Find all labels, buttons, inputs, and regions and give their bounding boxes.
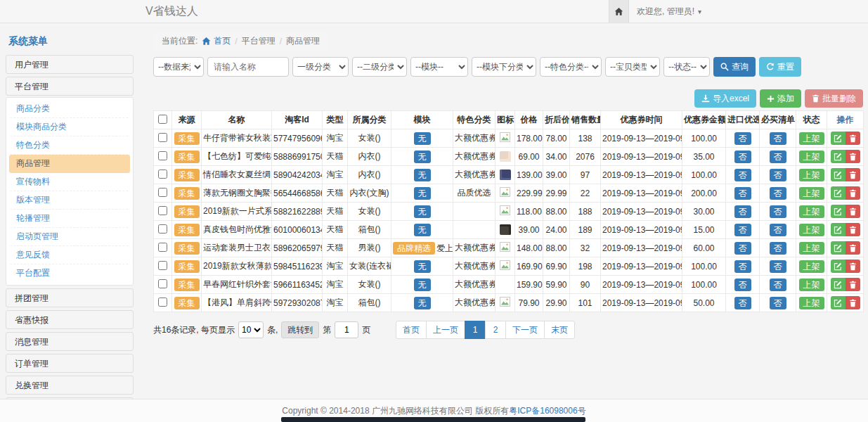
- filter-select-item-type[interactable]: --宝贝类型--: [605, 57, 660, 77]
- batch-delete-button[interactable]: 批量删除: [805, 89, 863, 108]
- page-number-input[interactable]: [335, 321, 358, 338]
- must-buy-badge[interactable]: 否: [770, 242, 786, 255]
- filter-select-module[interactable]: --模块--: [410, 57, 468, 77]
- pager-first[interactable]: 首页: [396, 321, 427, 339]
- delete-button[interactable]: [846, 241, 860, 255]
- import-excel-button[interactable]: 导入excel: [694, 89, 756, 108]
- sidebar-item-6[interactable]: 宣传物料: [9, 173, 130, 191]
- imported-badge[interactable]: 否: [734, 151, 751, 163]
- sidebar-item-8[interactable]: 轮播管理: [9, 210, 130, 228]
- sidebar-item-5[interactable]: 商品管理: [9, 155, 130, 173]
- edit-button[interactable]: [831, 278, 846, 291]
- pager-page-1[interactable]: 1: [465, 321, 486, 339]
- name-search-input[interactable]: [207, 57, 289, 77]
- delete-button[interactable]: [846, 278, 860, 291]
- delete-button[interactable]: [846, 260, 860, 273]
- imported-badge[interactable]: 否: [734, 260, 751, 273]
- edit-button[interactable]: [831, 150, 846, 163]
- status-badge[interactable]: 上架: [799, 279, 824, 291]
- delete-button[interactable]: [846, 296, 860, 309]
- user-menu[interactable]: 欢迎您, 管理员!▾: [637, 0, 701, 23]
- row-checkbox[interactable]: [158, 188, 167, 197]
- sidebar-item-9[interactable]: 启动页管理: [9, 228, 130, 246]
- pager-page-2[interactable]: 2: [485, 321, 506, 339]
- sidebar-item-10[interactable]: 意见反馈: [9, 246, 130, 264]
- row-checkbox[interactable]: [158, 279, 167, 288]
- must-buy-badge[interactable]: 否: [770, 132, 786, 145]
- row-checkbox[interactable]: [158, 224, 167, 234]
- row-checkbox[interactable]: [158, 261, 167, 270]
- filter-select-status[interactable]: --状态--: [663, 57, 710, 77]
- imported-badge[interactable]: 否: [734, 297, 751, 309]
- sidebar-item-3[interactable]: 模块商品分类: [9, 118, 130, 136]
- filter-select-module-subcategory[interactable]: --模块下分类--: [472, 57, 536, 77]
- row-checkbox[interactable]: [158, 243, 167, 252]
- sidebar-group-16[interactable]: 兑换管理: [6, 376, 134, 395]
- status-badge[interactable]: 上架: [799, 132, 824, 145]
- delete-button[interactable]: [846, 150, 860, 163]
- delete-button[interactable]: [846, 132, 860, 145]
- select-all-checkbox[interactable]: [158, 115, 167, 124]
- search-button[interactable]: 查询: [713, 57, 756, 77]
- imported-badge[interactable]: 否: [734, 224, 751, 236]
- row-checkbox[interactable]: [158, 151, 167, 160]
- edit-button[interactable]: [831, 296, 846, 309]
- must-buy-badge[interactable]: 否: [770, 151, 786, 163]
- filter-select-level1-category[interactable]: 一级分类: [292, 57, 349, 77]
- imported-badge[interactable]: 否: [734, 187, 751, 200]
- must-buy-badge[interactable]: 否: [770, 279, 786, 291]
- filter-select-feature-category[interactable]: --特色分类--: [540, 57, 602, 77]
- edit-button[interactable]: [831, 205, 846, 218]
- sidebar-item-4[interactable]: 特色分类: [9, 136, 130, 155]
- sidebar-item-7[interactable]: 版本管理: [9, 191, 130, 210]
- imported-badge[interactable]: 否: [734, 279, 751, 291]
- row-checkbox[interactable]: [158, 298, 167, 307]
- edit-button[interactable]: [831, 223, 846, 236]
- delete-button[interactable]: [846, 186, 860, 200]
- sidebar-group-13[interactable]: 省惠快报: [6, 310, 134, 329]
- row-checkbox[interactable]: [158, 170, 167, 179]
- jump-button[interactable]: 跳转到: [281, 321, 319, 338]
- pager-next[interactable]: 下一页: [505, 321, 545, 339]
- status-badge[interactable]: 上架: [799, 260, 824, 273]
- sidebar-item-11[interactable]: 平台配置: [9, 264, 130, 283]
- must-buy-badge[interactable]: 否: [770, 187, 786, 200]
- imported-badge[interactable]: 否: [734, 132, 751, 145]
- sidebar-group-0[interactable]: 用户管理: [6, 55, 134, 74]
- must-buy-badge[interactable]: 否: [770, 260, 786, 273]
- breadcrumb-home[interactable]: 首页: [202, 35, 231, 47]
- home-button[interactable]: [609, 0, 629, 23]
- status-badge[interactable]: 上架: [799, 187, 824, 200]
- sidebar-group-14[interactable]: 消息管理: [6, 332, 134, 351]
- add-button[interactable]: 添加: [760, 89, 801, 108]
- imported-badge[interactable]: 否: [734, 242, 751, 255]
- filter-select-data-source[interactable]: --数据来源--: [153, 57, 204, 77]
- reset-button[interactable]: 重置: [759, 57, 801, 77]
- sidebar-group-15[interactable]: 订单管理: [6, 354, 134, 373]
- edit-button[interactable]: [831, 132, 846, 145]
- per-page-select[interactable]: 10: [238, 321, 264, 338]
- edit-button[interactable]: [831, 168, 846, 181]
- status-badge[interactable]: 上架: [799, 151, 824, 163]
- filter-select-level2-category[interactable]: --二级分类--: [352, 57, 407, 77]
- edit-button[interactable]: [831, 260, 846, 273]
- imported-badge[interactable]: 否: [734, 169, 751, 181]
- status-badge[interactable]: 上架: [799, 242, 824, 255]
- pager-prev[interactable]: 上一页: [426, 321, 465, 339]
- sidebar-item-2[interactable]: 商品分类: [9, 100, 130, 118]
- delete-button[interactable]: [846, 168, 860, 181]
- must-buy-badge[interactable]: 否: [770, 224, 786, 236]
- sidebar-group-12[interactable]: 拼团管理: [6, 288, 134, 307]
- status-badge[interactable]: 上架: [799, 297, 824, 309]
- delete-button[interactable]: [846, 223, 860, 236]
- must-buy-badge[interactable]: 否: [770, 205, 786, 218]
- must-buy-badge[interactable]: 否: [770, 169, 786, 181]
- status-badge[interactable]: 上架: [799, 169, 824, 181]
- pager-last[interactable]: 末页: [544, 321, 575, 339]
- status-badge[interactable]: 上架: [799, 205, 824, 218]
- must-buy-badge[interactable]: 否: [770, 297, 786, 309]
- edit-button[interactable]: [831, 186, 846, 200]
- sidebar-group-1[interactable]: 平台管理: [6, 77, 134, 96]
- icp-link[interactable]: 粤ICP备16098006号: [509, 405, 585, 417]
- row-checkbox[interactable]: [158, 133, 167, 142]
